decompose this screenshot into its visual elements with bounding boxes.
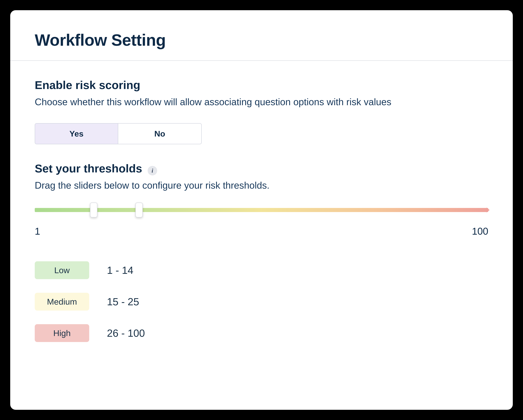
threshold-levels-list: Low 1 - 14 Medium 15 - 25 High 26 - 100 [35, 261, 488, 342]
slider-max-label: 100 [472, 226, 488, 237]
card-header: Workflow Setting [10, 10, 513, 61]
thresholds-subtitle: Drag the sliders below to configure your… [35, 179, 488, 192]
risk-scoring-toggle: Yes No [35, 123, 202, 144]
threshold-row-high: High 26 - 100 [35, 324, 488, 342]
high-pill: High [35, 324, 89, 342]
low-range: 1 - 14 [107, 264, 133, 276]
page-title: Workflow Setting [35, 31, 488, 49]
medium-pill: Medium [35, 293, 89, 310]
toggle-yes-button[interactable]: Yes [35, 124, 118, 144]
slider-handle-medium-high[interactable] [135, 203, 143, 217]
slider-min-label: 1 [35, 226, 40, 237]
thresholds-section: Set your thresholds i Drag the sliders b… [10, 144, 513, 342]
slider-handle-low-medium[interactable] [90, 203, 97, 217]
risk-scoring-title: Enable risk scoring [35, 79, 488, 92]
slider-track[interactable] [35, 208, 488, 212]
high-range: 26 - 100 [107, 327, 145, 339]
workflow-setting-card: Workflow Setting Enable risk scoring Cho… [10, 10, 513, 410]
info-icon[interactable]: i [148, 166, 157, 175]
toggle-no-button[interactable]: No [118, 124, 201, 144]
risk-scoring-section: Enable risk scoring Choose whether this … [10, 61, 513, 144]
threshold-row-low: Low 1 - 14 [35, 261, 488, 279]
threshold-row-medium: Medium 15 - 25 [35, 293, 488, 310]
low-pill: Low [35, 261, 89, 279]
threshold-slider: 1 100 [35, 208, 488, 237]
risk-scoring-subtitle: Choose whether this workflow will allow … [35, 96, 488, 108]
thresholds-title: Set your thresholds [35, 162, 142, 175]
medium-range: 15 - 25 [107, 296, 139, 308]
